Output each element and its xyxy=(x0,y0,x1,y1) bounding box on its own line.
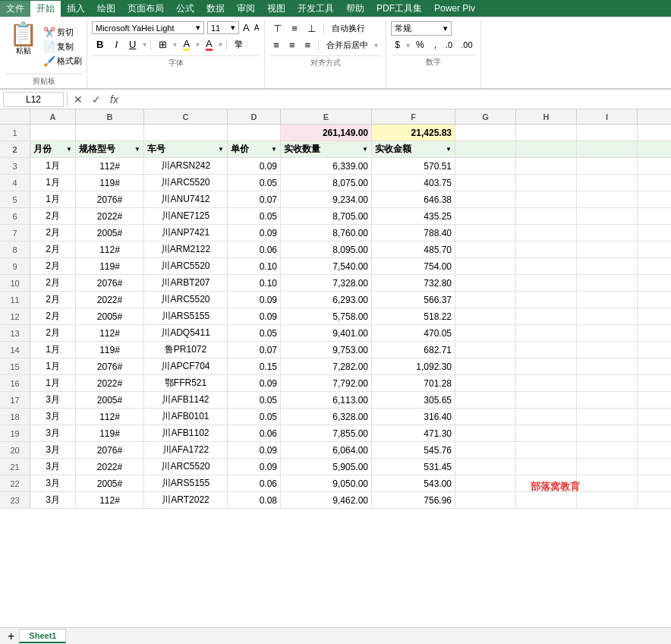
cell-c1[interactable] xyxy=(144,125,228,140)
filter-icon-f[interactable]: ▼ xyxy=(446,146,452,153)
cell-b8[interactable]: 112# xyxy=(76,242,144,257)
cell-c12[interactable]: 川ARS5155 xyxy=(144,308,228,324)
copy-button[interactable]: 📄 复制 xyxy=(43,41,82,52)
comma-button[interactable]: , xyxy=(430,38,440,52)
cell-f7[interactable]: 788.40 xyxy=(372,225,455,241)
underline-button[interactable]: U xyxy=(124,37,140,52)
cell-b23[interactable]: 112# xyxy=(76,492,144,508)
border-button[interactable]: ⊞ xyxy=(155,37,171,52)
cell-h19[interactable] xyxy=(516,425,577,441)
cell-a5[interactable]: 1月 xyxy=(30,191,76,207)
cell-b22[interactable]: 2005# xyxy=(76,475,144,491)
cell-c5[interactable]: 川ANU7412 xyxy=(144,191,228,207)
align-bottom-button[interactable]: ⊥ xyxy=(304,21,320,36)
cell-a14[interactable]: 1月 xyxy=(30,342,76,358)
cell-h22[interactable] xyxy=(516,475,577,491)
cell-b14[interactable]: 119# xyxy=(76,342,144,358)
cell-h21[interactable] xyxy=(516,459,577,475)
cell-e22[interactable]: 9,050.00 xyxy=(281,475,372,491)
cell-b3[interactable]: 112# xyxy=(76,158,144,174)
cell-c10[interactable]: 川ARBT207 xyxy=(144,275,228,291)
cell-h9[interactable] xyxy=(516,258,577,274)
cell-h18[interactable] xyxy=(516,409,577,425)
cell-g6[interactable] xyxy=(455,208,516,224)
col-header-e[interactable]: E xyxy=(281,109,372,124)
cell-e12[interactable]: 5,758.00 xyxy=(281,308,372,324)
cell-i1[interactable] xyxy=(577,125,638,140)
cell-d19[interactable]: 0.06 xyxy=(228,425,281,441)
cell-b4[interactable]: 119# xyxy=(76,175,144,191)
cell-i5[interactable] xyxy=(577,191,638,207)
cell-d20[interactable]: 0.09 xyxy=(228,442,281,458)
cell-c20[interactable]: 川AFA1722 xyxy=(144,442,228,458)
filter-icon-a[interactable]: ▼ xyxy=(66,146,72,153)
cell-i14[interactable] xyxy=(577,342,638,358)
cell-i19[interactable] xyxy=(577,425,638,441)
sheet-tab-sheet1[interactable]: Sheet1 xyxy=(19,629,66,643)
cell-a22[interactable]: 3月 xyxy=(30,475,76,491)
cell-c19[interactable]: 川AFB1102 xyxy=(144,425,228,441)
cell-i3[interactable] xyxy=(577,158,638,174)
cell-i18[interactable] xyxy=(577,409,638,425)
cell-i8[interactable] xyxy=(577,242,638,257)
cell-g7[interactable] xyxy=(455,225,516,241)
cell-g2[interactable] xyxy=(455,141,516,157)
cell-b6[interactable]: 2022# xyxy=(76,208,144,224)
cell-g1[interactable] xyxy=(455,125,516,140)
cell-h14[interactable] xyxy=(516,342,577,358)
merge-center-button[interactable]: 合并后居中 xyxy=(323,38,372,52)
col-header-i[interactable]: I xyxy=(577,109,638,124)
cell-g4[interactable] xyxy=(455,175,516,191)
cell-h10[interactable] xyxy=(516,275,577,291)
cell-h5[interactable] xyxy=(516,191,577,207)
cell-f23[interactable]: 756.96 xyxy=(372,492,455,508)
cell-d11[interactable]: 0.09 xyxy=(228,292,281,308)
cell-i17[interactable] xyxy=(577,392,638,408)
cell-d3[interactable]: 0.09 xyxy=(228,158,281,174)
cell-c23[interactable]: 川ART2022 xyxy=(144,492,228,508)
cell-d16[interactable]: 0.09 xyxy=(228,375,281,391)
cell-e7[interactable]: 8,760.00 xyxy=(281,225,372,241)
cell-a3[interactable]: 1月 xyxy=(30,158,76,174)
cell-h15[interactable] xyxy=(516,358,577,374)
format-btn[interactable]: 擎 xyxy=(231,37,247,52)
align-right-button[interactable]: ≡ xyxy=(301,38,315,52)
cell-h2[interactable] xyxy=(516,141,577,157)
cell-g14[interactable] xyxy=(455,342,516,358)
cell-i13[interactable] xyxy=(577,325,638,341)
cell-h20[interactable] xyxy=(516,442,577,458)
cell-e18[interactable]: 6,328.00 xyxy=(281,409,372,425)
cell-g23[interactable] xyxy=(455,492,516,508)
cell-f19[interactable]: 471.30 xyxy=(372,425,455,441)
font-color-button[interactable]: A xyxy=(202,36,216,52)
cell-a15[interactable]: 1月 xyxy=(30,358,76,374)
confirm-formula-icon[interactable]: ✓ xyxy=(89,93,104,106)
cell-f15[interactable]: 1,092.30 xyxy=(372,358,455,374)
cell-e13[interactable]: 9,401.00 xyxy=(281,325,372,341)
cell-d10[interactable]: 0.10 xyxy=(228,275,281,291)
formula-input[interactable] xyxy=(124,93,668,106)
cell-i11[interactable] xyxy=(577,292,638,308)
menu-dev[interactable]: 开发工具 xyxy=(291,1,340,17)
paste-button[interactable]: 📋 粘贴 xyxy=(6,21,40,72)
cell-e19[interactable]: 7,855.00 xyxy=(281,425,372,441)
cell-b5[interactable]: 2076# xyxy=(76,191,144,207)
cell-g20[interactable] xyxy=(455,442,516,458)
align-top-button[interactable]: ⊤ xyxy=(269,21,285,36)
cell-d8[interactable]: 0.06 xyxy=(228,242,281,257)
col-header-f[interactable]: F xyxy=(372,109,455,124)
cell-h8[interactable] xyxy=(516,242,577,257)
menu-view[interactable]: 视图 xyxy=(261,1,291,17)
menu-review[interactable]: 审阅 xyxy=(231,1,261,17)
cell-c6[interactable]: 川ANE7125 xyxy=(144,208,228,224)
cell-h17[interactable] xyxy=(516,392,577,408)
cell-g21[interactable] xyxy=(455,459,516,475)
cell-c15[interactable]: 川APCF704 xyxy=(144,358,228,374)
col-header-a[interactable]: A xyxy=(30,109,76,124)
cell-f8[interactable]: 485.70 xyxy=(372,242,455,257)
cell-i4[interactable] xyxy=(577,175,638,191)
cell-h12[interactable] xyxy=(516,308,577,324)
cell-a19[interactable]: 3月 xyxy=(30,425,76,441)
increase-decimal-button[interactable]: .00 xyxy=(458,39,475,51)
cell-b2[interactable]: 规格型号 ▼ xyxy=(76,141,144,157)
